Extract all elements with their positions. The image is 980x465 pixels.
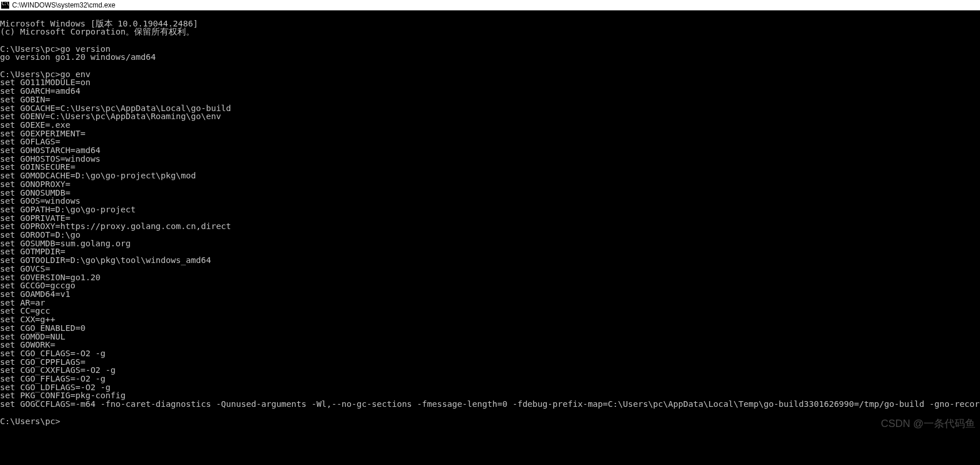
window-titlebar[interactable]: C:\WINDOWS\system32\cmd.exe (0, 0, 980, 11)
cmd-icon (1, 2, 9, 9)
terminal-output[interactable]: Microsoft Windows [版本 10.0.19044.2486] (… (0, 20, 980, 426)
window-title: C:\WINDOWS\system32\cmd.exe (12, 1, 115, 9)
